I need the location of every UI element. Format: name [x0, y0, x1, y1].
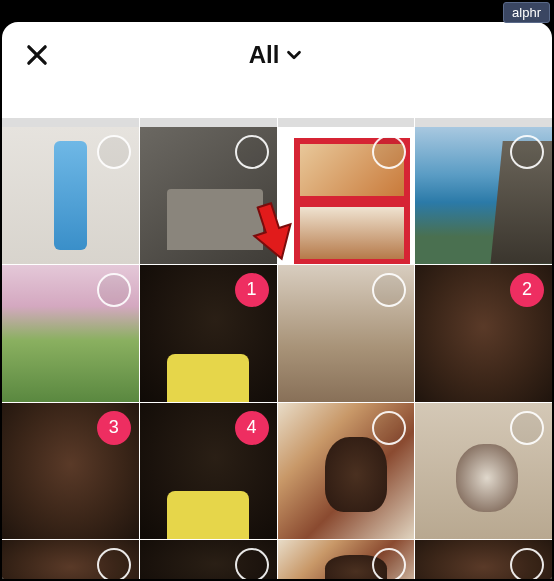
photo-dog-2[interactable]: 2	[415, 265, 552, 402]
photo-dog-4[interactable]: 4	[140, 403, 277, 540]
grid-row-peek	[2, 118, 552, 126]
album-title: All	[249, 41, 280, 69]
close-button[interactable]	[20, 38, 54, 72]
photo-dog-shaggy[interactable]	[278, 265, 415, 402]
selection-circle[interactable]	[97, 273, 131, 307]
close-icon	[23, 41, 51, 69]
photo-partial-1[interactable]	[2, 540, 139, 579]
selection-circle[interactable]	[97, 548, 131, 579]
album-dropdown[interactable]: All	[249, 40, 306, 70]
selection-circle[interactable]	[235, 548, 269, 579]
selection-circle[interactable]	[372, 273, 406, 307]
selection-circle[interactable]	[510, 411, 544, 445]
watermark-badge: alphr	[503, 2, 550, 23]
selection-circle[interactable]	[97, 135, 131, 169]
photo-laptop[interactable]	[140, 127, 277, 264]
photo-bottle[interactable]	[2, 127, 139, 264]
selection-badge[interactable]: 3	[97, 411, 131, 445]
selection-badge[interactable]: 4	[235, 411, 269, 445]
selection-circle[interactable]	[510, 135, 544, 169]
photo-dog-3[interactable]: 3	[2, 403, 139, 540]
selection-circle[interactable]	[372, 135, 406, 169]
photo-partial-4[interactable]	[415, 540, 552, 579]
photo-partial-3[interactable]	[278, 540, 415, 579]
selection-badge[interactable]: 1	[235, 273, 269, 307]
photo-dog-floor[interactable]	[415, 403, 552, 540]
photo-dog-blanket[interactable]	[278, 403, 415, 540]
header: All	[2, 22, 552, 88]
photo-mountain[interactable]	[415, 127, 552, 264]
selection-badge[interactable]: 2	[510, 273, 544, 307]
photo-partial-2[interactable]	[140, 540, 277, 579]
chevron-down-icon	[283, 40, 305, 70]
selection-circle[interactable]	[510, 548, 544, 579]
selection-circle[interactable]	[372, 411, 406, 445]
selection-circle[interactable]	[235, 135, 269, 169]
photo-dog-1[interactable]: 1	[140, 265, 277, 402]
picker-sheet: All 1234	[2, 22, 552, 579]
photo-grid: 1234	[2, 88, 552, 579]
photo-meadow[interactable]	[2, 265, 139, 402]
selection-circle[interactable]	[372, 548, 406, 579]
photo-bird-cow[interactable]	[278, 127, 415, 264]
